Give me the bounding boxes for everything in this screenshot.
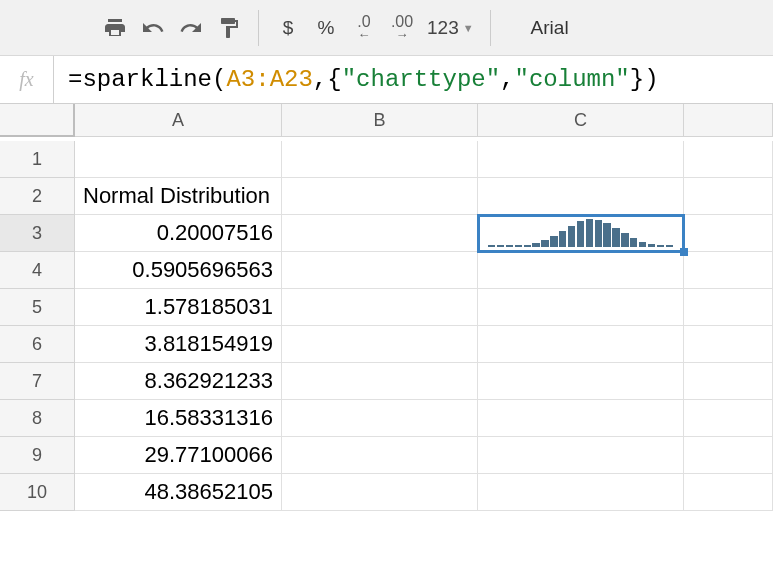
cell-A5[interactable]: 1.578185031 [75, 289, 282, 326]
cell-D7[interactable] [684, 363, 773, 400]
cell-A10[interactable]: 48.38652105 [75, 474, 282, 511]
cell-A2[interactable]: Normal Distribution [75, 178, 282, 215]
cell-C3[interactable] [478, 215, 684, 252]
cell-A6[interactable]: 3.818154919 [75, 326, 282, 363]
row-header[interactable]: 6 [0, 326, 75, 363]
cell-D3[interactable] [684, 215, 773, 252]
row-header[interactable]: 4 [0, 252, 75, 289]
cell-B5[interactable] [282, 289, 478, 326]
cell-C9[interactable] [478, 437, 684, 474]
column-header-D[interactable] [684, 104, 773, 137]
cell-C1[interactable] [478, 141, 684, 178]
cell-B10[interactable] [282, 474, 478, 511]
row-header[interactable]: 9 [0, 437, 75, 474]
cell-D6[interactable] [684, 326, 773, 363]
row-header[interactable]: 7 [0, 363, 75, 400]
cell-D10[interactable] [684, 474, 773, 511]
cell-B6[interactable] [282, 326, 478, 363]
row-header[interactable]: 1 [0, 141, 75, 178]
sparkline-chart [486, 219, 675, 247]
column-header-A[interactable]: A [75, 104, 282, 137]
cell-D4[interactable] [684, 252, 773, 289]
cell-B3[interactable] [282, 215, 478, 252]
cell-A1[interactable] [75, 141, 282, 178]
cell-C7[interactable] [478, 363, 684, 400]
cell-D9[interactable] [684, 437, 773, 474]
select-all-corner[interactable] [0, 104, 75, 137]
row-header[interactable]: 2 [0, 178, 75, 215]
cell-B9[interactable] [282, 437, 478, 474]
increase-decimal-button[interactable]: .00 → [383, 9, 421, 47]
cell-B1[interactable] [282, 141, 478, 178]
cell-C6[interactable] [478, 326, 684, 363]
cell-A8[interactable]: 16.58331316 [75, 400, 282, 437]
cell-A9[interactable]: 29.77100066 [75, 437, 282, 474]
paint-format-icon[interactable] [210, 9, 248, 47]
undo-icon[interactable] [134, 9, 172, 47]
currency-button[interactable]: $ [269, 9, 307, 47]
cell-A4[interactable]: 0.5905696563 [75, 252, 282, 289]
separator [258, 10, 259, 46]
column-header-B[interactable]: B [282, 104, 478, 137]
toolbar: $ % .0 ← .00 → 123 ▼ Arial [0, 0, 773, 56]
cell-B8[interactable] [282, 400, 478, 437]
cell-C8[interactable] [478, 400, 684, 437]
redo-icon[interactable] [172, 9, 210, 47]
chevron-down-icon: ▼ [463, 22, 474, 34]
formula-input[interactable]: =sparkline(A3:A23,{"charttype","column"}… [54, 66, 773, 93]
row-header[interactable]: 8 [0, 400, 75, 437]
spreadsheet-grid: A B C 1 2 Normal Distribution 3 0.200075… [0, 104, 773, 511]
cell-D5[interactable] [684, 289, 773, 326]
percent-button[interactable]: % [307, 9, 345, 47]
cell-D1[interactable] [684, 141, 773, 178]
separator [490, 10, 491, 46]
formula-bar: fx =sparkline(A3:A23,{"charttype","colum… [0, 56, 773, 104]
cell-A3[interactable]: 0.20007516 [75, 215, 282, 252]
font-selector[interactable]: Arial [511, 13, 589, 43]
cell-B2[interactable] [282, 178, 478, 215]
row-header[interactable]: 10 [0, 474, 75, 511]
print-icon[interactable] [96, 9, 134, 47]
cell-C5[interactable] [478, 289, 684, 326]
cell-A7[interactable]: 8.362921233 [75, 363, 282, 400]
cell-C10[interactable] [478, 474, 684, 511]
column-header-C[interactable]: C [478, 104, 684, 137]
cell-C2[interactable] [478, 178, 684, 215]
cell-B7[interactable] [282, 363, 478, 400]
cell-B4[interactable] [282, 252, 478, 289]
cell-D8[interactable] [684, 400, 773, 437]
fx-label: fx [0, 56, 54, 103]
cell-C4[interactable] [478, 252, 684, 289]
number-format-button[interactable]: 123 ▼ [421, 9, 480, 47]
row-header[interactable]: 3 [0, 215, 75, 252]
row-header[interactable]: 5 [0, 289, 75, 326]
cell-D2[interactable] [684, 178, 773, 215]
decrease-decimal-button[interactable]: .0 ← [345, 9, 383, 47]
